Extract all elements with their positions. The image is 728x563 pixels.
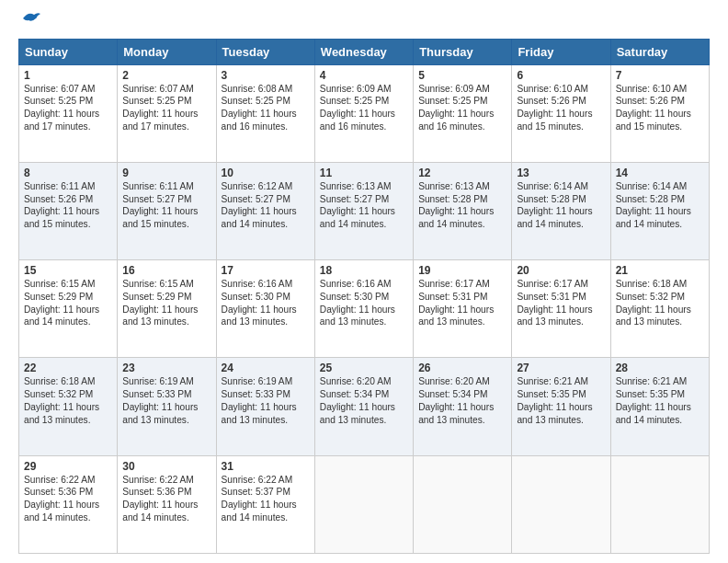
- day-info: Sunrise: 6:07 AMSunset: 5:25 PMDaylight:…: [122, 83, 210, 133]
- calendar-day-cell: 5Sunrise: 6:09 AMSunset: 5:25 PMDaylight…: [414, 64, 512, 162]
- calendar-day-cell: 18Sunrise: 6:16 AMSunset: 5:30 PMDayligh…: [314, 260, 413, 358]
- bird-icon: [21, 9, 41, 29]
- day-number: 25: [320, 362, 408, 374]
- calendar-week-row: 29Sunrise: 6:22 AMSunset: 5:36 PMDayligh…: [19, 455, 710, 553]
- title-area: [41, 15, 710, 17]
- day-info: Sunrise: 6:21 AMSunset: 5:35 PMDaylight:…: [517, 375, 605, 426]
- calendar-weekday-sunday: Sunday: [19, 39, 118, 64]
- calendar-empty-cell: [314, 455, 413, 553]
- day-number: 4: [320, 69, 408, 82]
- calendar-day-cell: 8Sunrise: 6:11 AMSunset: 5:26 PMDaylight…: [19, 162, 118, 259]
- day-info: Sunrise: 6:09 AMSunset: 5:25 PMDaylight:…: [418, 83, 506, 133]
- day-number: 26: [418, 362, 506, 374]
- calendar-day-cell: 10Sunrise: 6:12 AMSunset: 5:27 PMDayligh…: [216, 162, 314, 259]
- calendar-day-cell: 29Sunrise: 6:22 AMSunset: 5:36 PMDayligh…: [19, 455, 118, 553]
- calendar-day-cell: 15Sunrise: 6:15 AMSunset: 5:29 PMDayligh…: [19, 260, 118, 358]
- calendar-day-cell: 11Sunrise: 6:13 AMSunset: 5:27 PMDayligh…: [314, 162, 413, 259]
- calendar-week-row: 15Sunrise: 6:15 AMSunset: 5:29 PMDayligh…: [19, 260, 710, 358]
- day-info: Sunrise: 6:07 AMSunset: 5:25 PMDaylight:…: [24, 83, 112, 133]
- day-info: Sunrise: 6:14 AMSunset: 5:28 PMDaylight:…: [517, 180, 605, 231]
- day-number: 24: [222, 362, 310, 374]
- calendar-day-cell: 30Sunrise: 6:22 AMSunset: 5:36 PMDayligh…: [118, 455, 216, 553]
- calendar-day-cell: 12Sunrise: 6:13 AMSunset: 5:28 PMDayligh…: [414, 162, 512, 259]
- calendar-weekday-friday: Friday: [512, 39, 610, 64]
- day-info: Sunrise: 6:22 AMSunset: 5:37 PMDaylight:…: [222, 474, 310, 524]
- day-info: Sunrise: 6:19 AMSunset: 5:33 PMDaylight:…: [222, 375, 310, 426]
- day-number: 30: [122, 460, 210, 473]
- day-number: 11: [320, 167, 408, 179]
- calendar-day-cell: 19Sunrise: 6:17 AMSunset: 5:31 PMDayligh…: [414, 260, 512, 358]
- day-info: Sunrise: 6:16 AMSunset: 5:30 PMDaylight:…: [222, 278, 310, 328]
- calendar-weekday-tuesday: Tuesday: [216, 39, 314, 64]
- day-number: 28: [616, 362, 704, 374]
- day-info: Sunrise: 6:19 AMSunset: 5:33 PMDaylight:…: [122, 375, 210, 426]
- day-number: 15: [24, 264, 112, 277]
- day-number: 8: [24, 167, 112, 179]
- header: [18, 15, 710, 29]
- calendar-table: SundayMondayTuesdayWednesdayThursdayFrid…: [18, 39, 710, 554]
- day-number: 17: [222, 264, 310, 277]
- calendar-day-cell: 1Sunrise: 6:07 AMSunset: 5:25 PMDaylight…: [19, 64, 118, 162]
- calendar-day-cell: 17Sunrise: 6:16 AMSunset: 5:30 PMDayligh…: [216, 260, 314, 358]
- day-info: Sunrise: 6:08 AMSunset: 5:25 PMDaylight:…: [222, 83, 310, 133]
- day-info: Sunrise: 6:18 AMSunset: 5:32 PMDaylight:…: [24, 375, 112, 426]
- calendar-day-cell: 31Sunrise: 6:22 AMSunset: 5:37 PMDayligh…: [216, 455, 314, 553]
- day-info: Sunrise: 6:20 AMSunset: 5:34 PMDaylight:…: [418, 375, 506, 426]
- day-info: Sunrise: 6:12 AMSunset: 5:27 PMDaylight:…: [222, 180, 310, 231]
- calendar-day-cell: 13Sunrise: 6:14 AMSunset: 5:28 PMDayligh…: [512, 162, 610, 259]
- calendar-day-cell: 6Sunrise: 6:10 AMSunset: 5:26 PMDaylight…: [512, 64, 610, 162]
- calendar-weekday-monday: Monday: [118, 39, 216, 64]
- calendar-day-cell: 28Sunrise: 6:21 AMSunset: 5:35 PMDayligh…: [610, 358, 709, 455]
- day-number: 16: [122, 264, 210, 277]
- calendar-weekday-saturday: Saturday: [610, 39, 709, 64]
- day-number: 9: [122, 167, 210, 179]
- day-info: Sunrise: 6:21 AMSunset: 5:35 PMDaylight:…: [616, 375, 704, 426]
- day-number: 29: [24, 460, 112, 473]
- calendar-day-cell: 25Sunrise: 6:20 AMSunset: 5:34 PMDayligh…: [314, 358, 413, 455]
- day-number: 7: [616, 69, 704, 82]
- day-number: 19: [418, 264, 506, 277]
- calendar-week-row: 22Sunrise: 6:18 AMSunset: 5:32 PMDayligh…: [19, 358, 710, 455]
- calendar-day-cell: 22Sunrise: 6:18 AMSunset: 5:32 PMDayligh…: [19, 358, 118, 455]
- calendar-day-cell: 7Sunrise: 6:10 AMSunset: 5:26 PMDaylight…: [610, 64, 709, 162]
- calendar-day-cell: 4Sunrise: 6:09 AMSunset: 5:25 PMDaylight…: [314, 64, 413, 162]
- calendar-day-cell: 26Sunrise: 6:20 AMSunset: 5:34 PMDayligh…: [414, 358, 512, 455]
- day-info: Sunrise: 6:15 AMSunset: 5:29 PMDaylight:…: [24, 278, 112, 328]
- calendar-day-cell: 23Sunrise: 6:19 AMSunset: 5:33 PMDayligh…: [118, 358, 216, 455]
- day-info: Sunrise: 6:14 AMSunset: 5:28 PMDaylight:…: [616, 180, 704, 231]
- calendar-day-cell: 9Sunrise: 6:11 AMSunset: 5:27 PMDaylight…: [118, 162, 216, 259]
- calendar-week-row: 1Sunrise: 6:07 AMSunset: 5:25 PMDaylight…: [19, 64, 710, 162]
- day-info: Sunrise: 6:13 AMSunset: 5:27 PMDaylight:…: [320, 180, 408, 231]
- day-number: 1: [24, 69, 112, 82]
- calendar-day-cell: 21Sunrise: 6:18 AMSunset: 5:32 PMDayligh…: [610, 260, 709, 358]
- calendar-day-cell: 16Sunrise: 6:15 AMSunset: 5:29 PMDayligh…: [118, 260, 216, 358]
- calendar-day-cell: 20Sunrise: 6:17 AMSunset: 5:31 PMDayligh…: [512, 260, 610, 358]
- day-number: 21: [616, 264, 704, 277]
- day-info: Sunrise: 6:16 AMSunset: 5:30 PMDaylight:…: [320, 278, 408, 328]
- calendar-header-row: SundayMondayTuesdayWednesdayThursdayFrid…: [19, 39, 710, 64]
- calendar-day-cell: 27Sunrise: 6:21 AMSunset: 5:35 PMDayligh…: [512, 358, 610, 455]
- calendar-day-cell: 2Sunrise: 6:07 AMSunset: 5:25 PMDaylight…: [118, 64, 216, 162]
- day-info: Sunrise: 6:10 AMSunset: 5:26 PMDaylight:…: [517, 83, 605, 133]
- day-number: 18: [320, 264, 408, 277]
- day-number: 10: [222, 167, 310, 179]
- day-info: Sunrise: 6:11 AMSunset: 5:27 PMDaylight:…: [122, 180, 210, 231]
- day-number: 13: [517, 167, 605, 179]
- day-info: Sunrise: 6:22 AMSunset: 5:36 PMDaylight:…: [24, 474, 112, 524]
- day-info: Sunrise: 6:09 AMSunset: 5:25 PMDaylight:…: [320, 83, 408, 133]
- day-info: Sunrise: 6:20 AMSunset: 5:34 PMDaylight:…: [320, 375, 408, 426]
- day-info: Sunrise: 6:22 AMSunset: 5:36 PMDaylight:…: [122, 474, 210, 524]
- day-number: 22: [24, 362, 112, 374]
- day-info: Sunrise: 6:10 AMSunset: 5:26 PMDaylight:…: [616, 83, 704, 133]
- calendar-empty-cell: [414, 455, 512, 553]
- day-info: Sunrise: 6:17 AMSunset: 5:31 PMDaylight:…: [517, 278, 605, 328]
- day-info: Sunrise: 6:13 AMSunset: 5:28 PMDaylight:…: [418, 180, 506, 231]
- day-number: 20: [517, 264, 605, 277]
- day-number: 3: [222, 69, 310, 82]
- day-number: 23: [122, 362, 210, 374]
- day-number: 6: [517, 69, 605, 82]
- calendar-empty-cell: [512, 455, 610, 553]
- day-number: 5: [418, 69, 506, 82]
- page: SundayMondayTuesdayWednesdayThursdayFrid…: [0, 0, 728, 563]
- day-number: 31: [222, 460, 310, 473]
